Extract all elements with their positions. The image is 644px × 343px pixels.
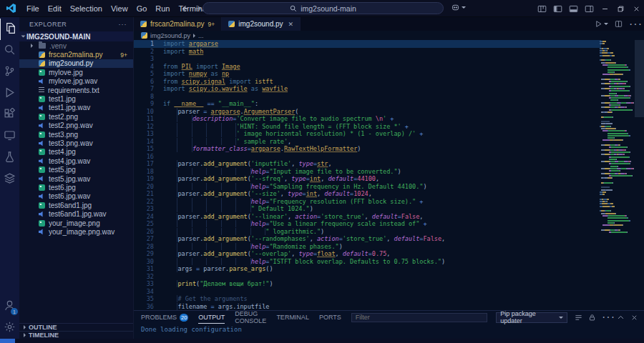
code-line[interactable]: 20 help="Sampling frequency in Hz. Defau… [134, 183, 601, 191]
tree-item[interactable]: your_image.png.wav [19, 227, 133, 236]
tree-item[interactable]: test5.jpg [19, 165, 133, 174]
tree-item[interactable]: test2.png [19, 112, 133, 121]
code-line[interactable]: 7import scipy.io.wavfile as wavfile [134, 85, 601, 93]
code-line[interactable]: 32 [134, 273, 601, 281]
activity-extensions[interactable] [0, 104, 19, 126]
toggle-sidebar-icon[interactable] [550, 0, 565, 17]
activity-settings[interactable] [0, 317, 19, 339]
code-line[interactable]: 34 [134, 288, 601, 296]
section-outline[interactable]: OUTLINE [19, 323, 133, 331]
toggle-panel-icon[interactable] [565, 0, 581, 17]
activity-remote-explorer[interactable] [0, 126, 19, 147]
code-line[interactable]: 29 parser.add_argument('--overlap', type… [134, 250, 601, 258]
code-line[interactable]: 25 help="Use a linear frequency scale in… [134, 220, 601, 228]
close-window-button[interactable] [628, 0, 644, 17]
panel-tab-terminal[interactable]: TERMINAL [276, 312, 309, 324]
tree-item[interactable]: test6.jpg [19, 183, 133, 192]
minimap[interactable] [600, 41, 634, 234]
tree-item[interactable]: mylove.jpg.wav [19, 77, 133, 86]
tree-item[interactable]: test3.png [19, 130, 133, 139]
remote-indicator[interactable] [0, 339, 15, 343]
code-line[interactable]: 15 formatter_class=argparse.RawTextHelpF… [134, 145, 601, 153]
code-line[interactable]: 10 parser = argparse.ArgumentParser( [134, 108, 601, 116]
close-tab-icon[interactable]: ✕ [288, 21, 294, 28]
code-line[interactable]: 21 parser.add_argument('--size', type=in… [134, 190, 601, 198]
tree-item[interactable]: test4.jpg [19, 148, 133, 156]
code-line[interactable]: 19 parser.add_argument('--sfreq', type=i… [134, 175, 601, 183]
tree-item[interactable]: test1.jpg.wav [19, 104, 133, 112]
code-line[interactable]: 36 filename = args.inputfile [134, 303, 601, 311]
activity-search[interactable] [0, 40, 19, 61]
tree-item[interactable]: your_image.png [19, 219, 133, 227]
menu-go[interactable]: Go [132, 0, 152, 17]
code-line[interactable]: 3 [134, 55, 601, 63]
output-channel-select[interactable]: Pip package updater [496, 312, 567, 323]
tree-item[interactable]: test5.jpg.wav [19, 174, 133, 183]
maximize-panel-icon[interactable] [617, 314, 625, 322]
tree-item[interactable]: frscan2malina.py9+ [19, 50, 133, 59]
code-line[interactable]: 16 [134, 153, 601, 161]
activity-account[interactable]: 1 [0, 296, 19, 317]
tree-item[interactable]: test4.jpg.wav [19, 156, 133, 165]
code-line[interactable]: 31 args = parser.parse_args() [134, 265, 601, 273]
close-panel-icon[interactable] [630, 314, 638, 322]
code-line[interactable]: 11 description='Convert image file to au… [134, 115, 601, 123]
panel-tab-problems[interactable]: PROBLEMS20 [141, 312, 188, 324]
toggle-secondary-sidebar-icon[interactable] [581, 0, 597, 17]
code-line[interactable]: 27 parser.add_argument('--randomphases',… [134, 235, 601, 243]
code-line[interactable]: 6from scipy.signal import istft [134, 78, 601, 86]
editor-more-actions-icon[interactable]: ··· [629, 18, 638, 31]
tab-img2sound.py[interactable]: img2sound.py✕ [222, 17, 301, 31]
command-center-search[interactable]: img2sound-main [203, 2, 444, 14]
restore-button[interactable] [613, 0, 628, 17]
menu-run[interactable]: Run [151, 0, 174, 17]
minimize-button[interactable] [597, 0, 613, 17]
lock-scroll-icon[interactable] [588, 314, 596, 322]
menu-view[interactable]: View [107, 0, 132, 17]
code-line[interactable]: 18 help="Input image file to be converte… [134, 168, 601, 176]
clear-output-icon[interactable] [575, 314, 582, 322]
activity-explorer[interactable] [0, 19, 19, 40]
tree-item[interactable]: img2sound.py [19, 59, 133, 68]
code-line[interactable]: 8 [134, 93, 601, 101]
back-arrow-icon[interactable] [180, 4, 189, 13]
tree-item[interactable]: requirements.txt [19, 86, 133, 94]
tree-item[interactable]: test2.png.wav [19, 121, 133, 130]
code-line[interactable]: 24 parser.add_argument('--linear', actio… [134, 213, 601, 221]
activity-layers[interactable] [0, 169, 19, 190]
output-filter-input[interactable] [351, 313, 487, 322]
section-timeline[interactable]: TIMELINE [19, 331, 133, 339]
tree-item[interactable]: test1.jpg [19, 94, 133, 103]
code-line[interactable]: 13 ' image horizontal resolution) * (1 -… [134, 130, 601, 138]
code-line[interactable]: 23 " Default 1024.") [134, 205, 601, 213]
customize-layout-icon[interactable] [534, 0, 550, 17]
code-line[interactable]: 33 print("Делаем вещи брат!") [134, 280, 601, 288]
breadcrumb[interactable]: img2sound.py ... [134, 31, 644, 40]
panel-tab-ports[interactable]: PORTS [319, 312, 341, 324]
code-line[interactable]: 28 help="Randomize phases.") [134, 243, 601, 251]
copilot-menu[interactable] [451, 3, 466, 12]
code-line[interactable]: 12 'HINT: Sound file length = (FFT block… [134, 123, 601, 131]
tree-item[interactable]: test3.png.wav [19, 139, 133, 147]
code-line[interactable]: 4from PIL import Image [134, 63, 601, 71]
activity-testing[interactable] [0, 147, 19, 169]
tree-item[interactable]: .venv [19, 41, 133, 50]
run-python-button[interactable] [595, 20, 608, 28]
code-line[interactable]: 17 parser.add_argument('inputfile', type… [134, 160, 601, 168]
code-line[interactable]: 22 help="Frequency resolution (FFT block… [134, 198, 601, 206]
editor-scrollbar[interactable] [635, 40, 644, 117]
panel-tab-output[interactable]: OUTPUT [198, 312, 225, 324]
tree-item[interactable]: mylove.jpg [19, 68, 133, 76]
tree-item[interactable]: test6.jpg.wav [19, 192, 133, 201]
menu-selection[interactable]: Selection [66, 0, 107, 17]
activity-source-control[interactable] [0, 61, 19, 83]
split-editor-icon[interactable] [615, 20, 623, 28]
code-line[interactable]: 35 # Get the arguments [134, 295, 601, 303]
panel-tab-debug-console[interactable]: DEBUG CONSOLE [235, 312, 266, 324]
code-editor[interactable]: 1import argparse2import math34from PIL i… [134, 40, 644, 310]
code-line[interactable]: 26 " logarithmic.") [134, 228, 601, 236]
tree-root-folder[interactable]: IMG2SOUND-MAIN [19, 31, 133, 41]
code-line[interactable]: 9if __name__ == "__main__": [134, 100, 601, 108]
code-line[interactable]: 30 help="ISTFT block overlap. Defaults t… [134, 258, 601, 266]
explorer-actions-icon[interactable]: ··· [118, 21, 127, 28]
